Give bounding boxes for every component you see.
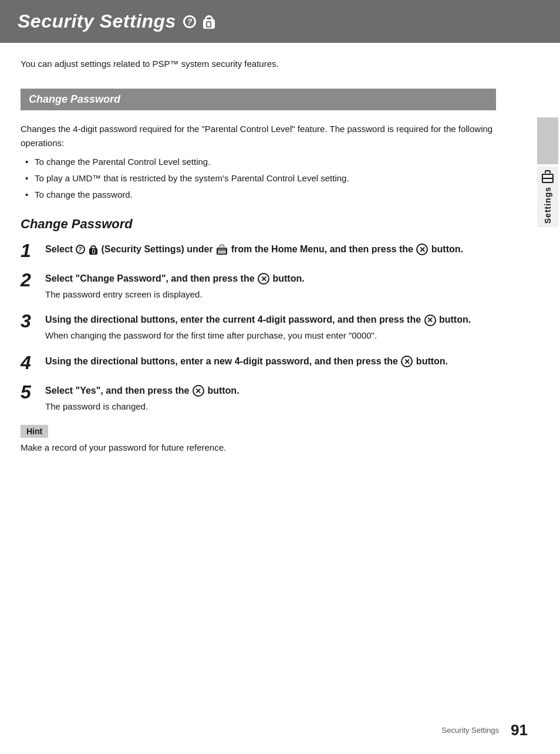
page-title: Security Settings	[18, 11, 176, 32]
step-sub-2: The password entry screen is displayed.	[45, 288, 496, 302]
main-content: You can adjust settings related to PSP™ …	[0, 43, 517, 472]
step-content-5: Select "Yes", and then press the ✕ butto…	[45, 384, 496, 414]
step-1: 1 Select ? (Security Settings) under	[21, 242, 496, 260]
step-4: 4 Using the directional buttons, enter a…	[21, 354, 496, 372]
page-number: 91	[511, 721, 528, 739]
steps-container: 1 Select ? (Security Settings) under	[21, 242, 496, 414]
step-content-2: Select "Change Password", and then press…	[45, 272, 496, 302]
sidebar-tab-gray	[537, 117, 558, 164]
step-number-1: 1	[21, 241, 37, 260]
lock-inline-icon	[89, 245, 97, 255]
step-content-4: Using the directional buttons, enter a n…	[45, 354, 496, 368]
step-main-3: Using the directional buttons, enter the…	[45, 315, 471, 324]
step-content-1: Select ? (Security Settings) under	[45, 242, 496, 256]
lock-icon	[203, 14, 215, 29]
header-icons: ?	[183, 14, 215, 29]
settings-suitcase-icon	[542, 170, 554, 183]
bullet-list: To change the Parental Control Level set…	[25, 155, 496, 202]
question-inline-icon: ?	[76, 245, 85, 254]
step-main-1: Select ? (Security Settings) under	[45, 244, 463, 254]
step-sub-5: The password is changed.	[45, 400, 496, 414]
sidebar-settings-label: Settings	[543, 187, 552, 224]
footer-text: Security Settings	[442, 726, 500, 735]
page-footer: Security Settings 91	[442, 721, 528, 739]
header-bar: Security Settings ?	[0, 0, 560, 43]
step-sub-3: When changing the password for the first…	[45, 329, 496, 343]
step-main-5: Select "Yes", and then press the ✕ butto…	[45, 386, 239, 395]
step-number-2: 2	[21, 271, 37, 289]
step-2: 2 Select "Change Password", and then pre…	[21, 272, 496, 302]
list-item: To change the password.	[25, 188, 496, 202]
sidebar-tab: Settings	[535, 117, 560, 227]
description-text: Changes the 4-digit password required fo…	[21, 122, 496, 150]
x-button-icon-2: ✕	[258, 273, 269, 285]
section-header-title: Change Password	[29, 93, 120, 105]
hint-box: Hint Make a record of your password for …	[21, 425, 496, 455]
list-item: To play a UMD™ that is restricted by the…	[25, 171, 496, 185]
sidebar-tab-white: Settings	[537, 167, 558, 227]
x-button-icon-4: ✕	[401, 356, 413, 367]
intro-text: You can adjust settings related to PSP™ …	[21, 58, 496, 71]
subsection-title: Change Password	[21, 217, 496, 232]
hint-text: Make a record of your password for futur…	[21, 441, 496, 455]
step-number-5: 5	[21, 383, 37, 401]
hint-label: Hint	[21, 425, 48, 438]
step-3: 3 Using the directional buttons, enter t…	[21, 313, 496, 343]
step-main-4: Using the directional buttons, enter a n…	[45, 356, 448, 366]
x-button-icon-3: ✕	[424, 315, 436, 326]
list-item: To change the Parental Control Level set…	[25, 155, 496, 169]
x-button-icon-5: ✕	[193, 385, 204, 397]
step-number-4: 4	[21, 353, 37, 372]
step-main-2: Select "Change Password", and then press…	[45, 273, 305, 283]
step-5: 5 Select "Yes", and then press the ✕ but…	[21, 384, 496, 414]
section-header: Change Password	[21, 89, 496, 110]
page-container: Security Settings ? You can adjust setti…	[0, 0, 560, 754]
question-icon: ?	[183, 15, 196, 28]
x-button-icon-1: ✕	[416, 244, 428, 255]
suitcase-inline-icon	[217, 245, 227, 255]
step-number-3: 3	[21, 312, 37, 330]
step-content-3: Using the directional buttons, enter the…	[45, 313, 496, 343]
